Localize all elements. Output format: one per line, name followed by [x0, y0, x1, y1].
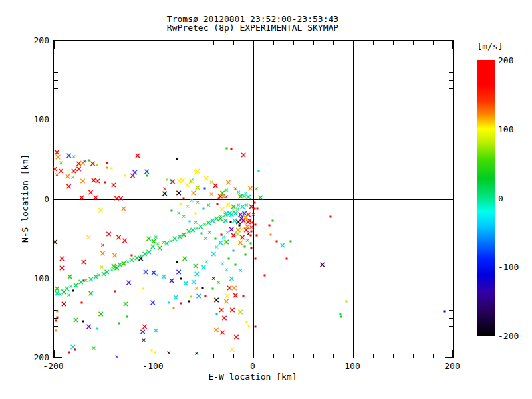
data-point — [55, 330, 57, 332]
data-point — [203, 207, 205, 209]
x-minor-tick — [433, 41, 434, 45]
y-minor-tick — [449, 168, 453, 168]
y-tick-right — [445, 41, 453, 41]
y-minor-tick — [449, 342, 453, 342]
data-point — [190, 296, 192, 298]
data-point — [231, 148, 233, 150]
data-point — [251, 247, 253, 249]
data-point — [269, 224, 271, 226]
x-minor-tick — [373, 354, 374, 358]
y-minor-tick — [449, 136, 453, 136]
data-point — [188, 301, 190, 303]
data-point — [329, 215, 331, 217]
data-point — [180, 277, 182, 279]
y-tick-label: -200 — [19, 352, 49, 362]
y-minor-tick — [449, 160, 453, 160]
x-minor-tick — [273, 354, 274, 358]
y-minor-tick — [449, 271, 453, 271]
x-minor-tick — [134, 41, 134, 45]
y-minor-tick — [54, 192, 58, 192]
data-point — [82, 321, 84, 323]
data-point — [253, 207, 255, 209]
y-minor-tick — [449, 192, 453, 192]
x-minor-tick — [213, 41, 214, 45]
x-tick-bottom — [353, 350, 354, 358]
data-point — [215, 313, 217, 315]
data-point — [114, 290, 116, 292]
data-point — [247, 325, 249, 327]
y-minor-tick — [449, 65, 453, 65]
y-minor-tick — [54, 144, 58, 144]
y-tick-left — [54, 279, 62, 279]
data-point — [211, 288, 213, 290]
y-minor-tick — [449, 128, 453, 128]
x-minor-tick — [333, 41, 334, 45]
y-tick-right — [445, 279, 453, 279]
x-tick-top — [54, 41, 55, 49]
data-point — [201, 287, 203, 289]
colorbar-tick-label: 200 — [498, 55, 529, 65]
data-point — [106, 162, 108, 164]
y-minor-tick — [54, 184, 58, 184]
data-point — [96, 164, 98, 166]
y-minor-tick — [54, 65, 58, 65]
y-minor-tick — [449, 350, 453, 350]
data-point — [289, 240, 291, 242]
x-minor-tick — [114, 41, 114, 45]
y-minor-tick — [449, 326, 453, 327]
y-tick-left — [54, 120, 62, 120]
x-tick-label: -200 — [33, 361, 73, 371]
y-minor-tick — [449, 215, 453, 215]
x-tick-top — [154, 41, 154, 49]
y-minor-tick — [54, 255, 58, 255]
y-tick-right — [445, 120, 453, 120]
y-minor-tick — [54, 104, 58, 104]
data-point — [56, 310, 58, 312]
y-minor-tick — [449, 176, 453, 176]
x-minor-tick — [413, 41, 414, 45]
data-point — [183, 198, 185, 200]
colorbar-tick-label: 100 — [498, 124, 529, 134]
x-minor-tick — [313, 354, 314, 358]
data-point — [168, 301, 170, 303]
data-point — [189, 220, 191, 222]
data-point — [255, 257, 257, 259]
data-point — [142, 288, 144, 290]
y-minor-tick — [54, 136, 58, 136]
data-point — [203, 187, 205, 189]
x-axis-title: E-W location [km] — [53, 372, 452, 382]
data-point — [124, 174, 126, 176]
y-minor-tick — [449, 72, 453, 73]
data-point — [171, 210, 173, 212]
x-tick-top — [253, 41, 254, 49]
x-minor-tick — [273, 41, 274, 45]
data-point — [215, 238, 217, 240]
data-point — [253, 202, 255, 204]
y-gridline — [54, 279, 453, 279]
data-point — [81, 301, 83, 303]
data-point — [227, 257, 229, 259]
y-minor-tick — [449, 144, 453, 144]
y-minor-tick — [54, 49, 58, 49]
data-point — [176, 158, 178, 160]
skymap-figure: Tromsø 20120801 23:52:00-23:53:43 RwPret… — [0, 0, 532, 399]
y-minor-tick — [54, 96, 58, 96]
x-minor-tick — [393, 41, 394, 45]
data-point — [271, 219, 273, 221]
y-tick-label: 100 — [19, 114, 49, 124]
data-point — [217, 203, 219, 205]
x-minor-tick — [293, 41, 294, 45]
y-minor-tick — [449, 255, 453, 255]
y-minor-tick — [449, 207, 453, 207]
x-minor-tick — [413, 354, 414, 358]
data-point — [345, 301, 347, 303]
data-point — [176, 261, 178, 263]
y-minor-tick — [449, 184, 453, 184]
x-minor-tick — [134, 354, 134, 358]
y-tick-label: -100 — [19, 273, 49, 283]
y-tick-left — [54, 41, 62, 41]
y-minor-tick — [449, 263, 453, 263]
figure-title-line2: RwPretec (8p) EXPERIMENTAL SKYMAP — [53, 23, 452, 32]
data-point — [275, 240, 277, 242]
y-minor-tick — [449, 310, 453, 311]
